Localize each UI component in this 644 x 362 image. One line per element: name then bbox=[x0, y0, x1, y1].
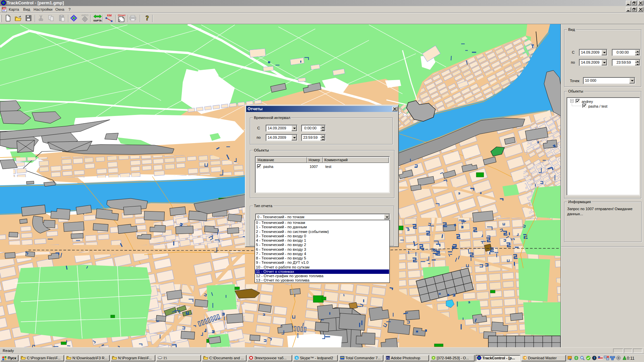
svg-text:S: S bbox=[296, 356, 298, 360]
svg-text:КАРТА: КАРТА bbox=[94, 19, 102, 22]
svg-text:DOC: DOC bbox=[2, 7, 6, 9]
svg-text:?: ? bbox=[146, 14, 149, 22]
svg-text:КМ: КМ bbox=[107, 13, 112, 17]
svg-text:Ps: Ps bbox=[386, 357, 389, 360]
svg-text:Отчет: Отчет bbox=[118, 14, 125, 17]
